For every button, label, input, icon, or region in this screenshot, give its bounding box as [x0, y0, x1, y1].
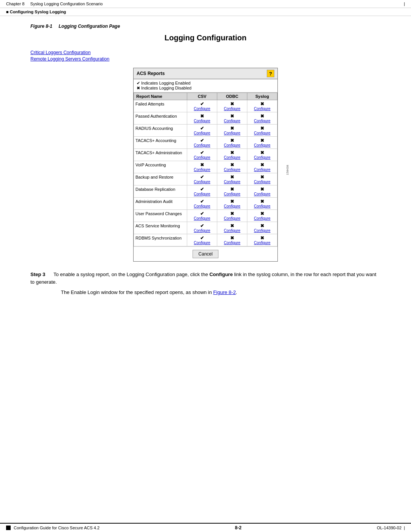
footer-doc-num: OL-14390-02 | [377, 526, 405, 530]
footer-left: Configuration Guide for Cisco Secure ACS… [6, 526, 100, 530]
syslog-configure-link[interactable]: Configure [254, 228, 270, 233]
odbc-configure-link[interactable]: Configure [224, 119, 240, 123]
step3-section: Step 3 To enable a syslog report, on the… [30, 271, 381, 296]
syslog-configure-link[interactable]: Configure [254, 241, 270, 245]
report-name-cell: Backup and Restore [134, 173, 187, 185]
syslog-configure-link[interactable]: Configure [254, 155, 270, 160]
syslog-cell: ✖Configure [247, 137, 277, 149]
acs-reports-container: ACS Reports ? ✔ Indicates Logging Enable… [133, 68, 278, 262]
syslog-cell: ✖Configure [247, 210, 277, 222]
main-content: Figure 8-1 Logging Configuration Page Lo… [0, 16, 411, 312]
csv-configure-link[interactable]: Configure [194, 155, 210, 160]
odbc-cell: ✖Configure [217, 210, 247, 222]
odbc-cell: ✖Configure [217, 161, 247, 173]
report-name-cell: VoIP Accounting [134, 161, 187, 173]
csv-configure-link[interactable]: Configure [194, 228, 210, 233]
syslog-configure-link[interactable]: Configure [254, 192, 270, 196]
syslog-cell: ✖Configure [247, 125, 277, 137]
syslog-cell: ✖Configure [247, 112, 277, 125]
syslog-configure-link[interactable]: Configure [254, 107, 270, 111]
odbc-cell: ✖Configure [217, 149, 247, 161]
remote-logging-link[interactable]: Remote Logging Servers Configuration [30, 56, 381, 62]
odbc-configure-link[interactable]: Configure [224, 155, 240, 160]
critical-loggers-link[interactable]: Critical Loggers Configuration [30, 50, 381, 55]
col-header-csv: CSV [187, 93, 217, 100]
csv-configure-link[interactable]: Configure [194, 180, 210, 184]
table-row: Passed Authentication✖Configure✖Configur… [134, 112, 277, 125]
syslog-configure-link[interactable]: Configure [254, 180, 270, 184]
syslog-configure-link[interactable]: Configure [254, 216, 270, 220]
figure-caption: Figure 8-1 Logging Configuration Page [30, 24, 381, 29]
odbc-configure-link[interactable]: Configure [224, 131, 240, 135]
csv-configure-link[interactable]: Configure [194, 216, 210, 220]
odbc-cell: ✖Configure [217, 125, 247, 137]
odbc-cell: ✖Configure [217, 173, 247, 185]
syslog-cell: ✖Configure [247, 161, 277, 173]
page-title: Logging Configuration [30, 34, 381, 42]
odbc-cell: ✖Configure [217, 137, 247, 149]
syslog-configure-link[interactable]: Configure [254, 119, 270, 123]
csv-cell: ✔Configure [187, 125, 217, 137]
csv-configure-link[interactable]: Configure [194, 241, 210, 245]
odbc-cell: ✖Configure [217, 112, 247, 125]
odbc-configure-link[interactable]: Configure [224, 192, 240, 196]
table-row: User Password Changes✔Configure✖Configur… [134, 210, 277, 222]
syslog-cell: ✖Configure [247, 100, 277, 112]
table-row: TACACS+ Administration✔Configure✖Configu… [134, 149, 277, 161]
legend: ✔ Indicates Logging Enabled ✖ Indicates … [134, 79, 277, 93]
syslog-configure-link[interactable]: Configure [254, 204, 270, 208]
footer-page: 8-2 [235, 525, 241, 530]
table-row: Backup and Restore✔Configure✖Configure✖C… [134, 173, 277, 185]
reports-table: Report Name CSV ODBC Syslog [134, 93, 277, 246]
table-row: RDBMS Synchronization✔Configure✖Configur… [134, 234, 277, 246]
csv-configure-link[interactable]: Configure [194, 143, 210, 147]
csv-configure-link[interactable]: Configure [194, 168, 210, 172]
syslog-configure-link[interactable]: Configure [254, 143, 270, 147]
syslog-configure-link[interactable]: Configure [254, 131, 270, 135]
csv-configure-link[interactable]: Configure [194, 204, 210, 208]
syslog-cell: ✖Configure [247, 149, 277, 161]
table-row: Administration Audit✔Configure✖Configure… [134, 198, 277, 210]
table-header-row: Report Name CSV ODBC Syslog [134, 93, 277, 100]
csv-cell: ✔Configure [187, 234, 217, 246]
figure-8-2-link[interactable]: Figure 8-2 [213, 289, 236, 295]
top-header: Chapter 8 Syslog Logging Configuration S… [0, 0, 411, 8]
col-header-syslog: Syslog [247, 93, 277, 100]
footer-square-icon [6, 526, 11, 530]
odbc-cell: ✖Configure [217, 198, 247, 210]
step3-subtext: The Enable Login window for the specifie… [61, 289, 381, 296]
odbc-configure-link[interactable]: Configure [224, 228, 240, 233]
legend-enabled: ✔ Indicates Logging Enabled [137, 81, 274, 86]
footer-label: Configuration Guide for Cisco Secure ACS… [14, 526, 100, 530]
report-name-cell: Database Replication [134, 185, 187, 198]
csv-cell: ✔Configure [187, 149, 217, 161]
csv-cell: ✔Configure [187, 198, 217, 210]
csv-configure-link[interactable]: Configure [194, 131, 210, 135]
syslog-cell: ✖Configure [247, 185, 277, 198]
chapter-info: Chapter 8 Syslog Logging Configuration S… [6, 2, 103, 6]
odbc-configure-link[interactable]: Configure [224, 204, 240, 208]
odbc-configure-link[interactable]: Configure [224, 241, 240, 245]
odbc-configure-link[interactable]: Configure [224, 107, 240, 111]
csv-configure-link[interactable]: Configure [194, 192, 210, 196]
csv-configure-link[interactable]: Configure [194, 119, 210, 123]
odbc-cell: ✖Configure [217, 234, 247, 246]
odbc-configure-link[interactable]: Configure [224, 180, 240, 184]
table-section-header: ACS Reports ? [134, 68, 277, 79]
odbc-configure-link[interactable]: Configure [224, 216, 240, 220]
csv-cell: ✔Configure [187, 173, 217, 185]
syslog-configure-link[interactable]: Configure [254, 168, 270, 172]
cancel-button[interactable]: Cancel [193, 250, 218, 258]
table-row: Failed Attempts✔Configure✖Configure✖Conf… [134, 100, 277, 112]
step3-text: Step 3 To enable a syslog report, on the… [30, 271, 381, 286]
csv-configure-link[interactable]: Configure [194, 107, 210, 111]
report-name-cell: RDBMS Synchronization [134, 234, 187, 246]
report-name-cell: TACACS+ Accounting [134, 137, 187, 149]
odbc-configure-link[interactable]: Configure [224, 143, 240, 147]
table-row: TACACS+ Accounting✔Configure✖Configure✖C… [134, 137, 277, 149]
odbc-configure-link[interactable]: Configure [224, 168, 240, 172]
legend-disabled: ✖ Indicates Logging Disabled [137, 86, 274, 91]
odbc-cell: ✖Configure [217, 222, 247, 234]
help-icon[interactable]: ? [267, 70, 274, 77]
report-name-cell: Failed Attempts [134, 100, 187, 112]
